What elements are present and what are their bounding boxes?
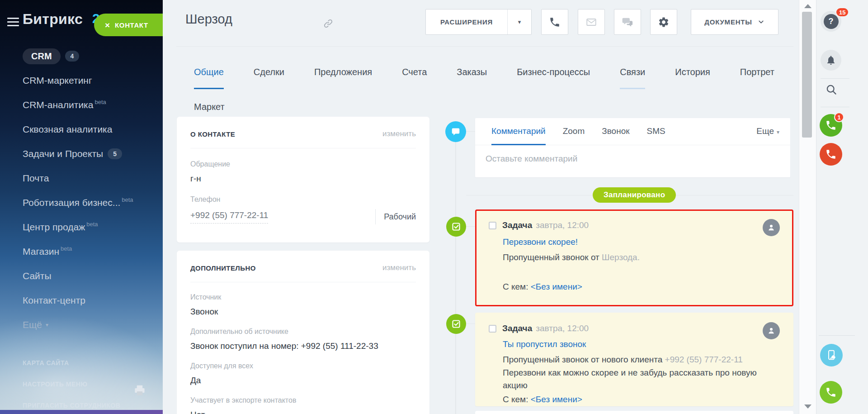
task-title-link[interactable]: Перезвони скорее!	[503, 237, 780, 247]
main-scrollbar[interactable]	[799, 0, 816, 414]
configure-menu-link[interactable]: НАСТРОИТЬ МЕНЮ	[23, 374, 120, 395]
menu-toggle-icon[interactable]	[7, 18, 19, 29]
print-icon[interactable]	[133, 384, 146, 397]
chevron-down-icon: ▾	[46, 322, 48, 328]
crm-counter-badge: 4	[65, 51, 80, 62]
mobile-cloud-icon	[826, 349, 837, 361]
active-call-button[interactable]: 1	[820, 114, 842, 137]
phone-icon	[825, 119, 837, 131]
help-notification-badge: 15	[835, 7, 849, 17]
sidebar-item-rpa[interactable]: Роботизация бизнес...beta	[0, 190, 163, 215]
tab-general[interactable]: Общие	[194, 67, 224, 89]
tab-history[interactable]: История	[675, 67, 710, 89]
task-type: Задача	[502, 220, 532, 230]
sitemap-link[interactable]: КАРТА САЙТА	[23, 352, 120, 374]
tab-invoices[interactable]: Счета	[402, 67, 427, 89]
help-button[interactable]: ? 15	[821, 11, 841, 32]
extensions-button[interactable]: РАСШИРЕНИЯ ▾	[425, 9, 532, 35]
caret-down-icon[interactable]: ▾	[508, 19, 531, 25]
settings-button[interactable]	[650, 9, 677, 35]
edit-link[interactable]: изменить	[382, 129, 416, 138]
new-call-button[interactable]	[820, 381, 842, 404]
task-checkbox[interactable]	[489, 222, 496, 229]
sidebar-item-crm-analytics[interactable]: CRM-аналитикаbeta	[0, 93, 163, 117]
bitrix24-crm-app: 24 Битрикс × КОНТАКТ CRM4 CRM-маркетинг …	[0, 0, 868, 414]
editor-tab-call[interactable]: Звонок	[602, 118, 629, 145]
scroll-down-arrow[interactable]	[804, 404, 811, 409]
sidebar-item-sites[interactable]: Сайты	[0, 264, 163, 288]
task-checkbox[interactable]	[489, 325, 496, 333]
task-title-link[interactable]: Ты пропустил звонок	[503, 339, 780, 349]
task-with-row: С кем: <Без имени>	[503, 395, 780, 404]
missed-call-button[interactable]	[820, 143, 842, 166]
header-divider	[176, 46, 793, 47]
task-client-link[interactable]: <Без имени>	[531, 282, 582, 291]
page-title: Шерзод	[185, 12, 232, 27]
beta-label: beta	[122, 196, 133, 203]
bitrix-logo[interactable]: Битрикс	[23, 11, 83, 28]
documents-button[interactable]: ДОКУМЕНТЫ	[691, 9, 778, 35]
search-icon	[825, 83, 838, 96]
sidebar-item-mail[interactable]: Почта	[0, 166, 163, 190]
mobile-telephony-button[interactable]	[820, 344, 843, 366]
beta-label: beta	[61, 245, 72, 252]
sidebar: 24 Битрикс × КОНТАКТ CRM4 CRM-маркетинг …	[0, 0, 163, 414]
field-source: Источник Звонок	[190, 293, 416, 317]
notifications-button[interactable]	[821, 50, 841, 71]
task-card-highlighted[interactable]: Задача завтра, 12:00 Перезвони скорее! П…	[475, 209, 793, 306]
sidebar-item-tasks-projects[interactable]: Задачи и Проекты5	[0, 142, 163, 166]
tab-business-processes[interactable]: Бизнес-процессы	[517, 67, 590, 89]
assignee-avatar[interactable]	[763, 322, 780, 339]
search-button[interactable]	[825, 83, 838, 96]
timeline-editor: Комментарий Zoom Звонок SMS Еще▾ Оставьт…	[475, 118, 790, 177]
envelope-icon	[585, 16, 597, 28]
tab-quotes[interactable]: Предложения	[314, 67, 372, 89]
tab-orders[interactable]: Заказы	[457, 67, 487, 89]
sidebar-item-crm[interactable]: CRM4	[0, 44, 163, 68]
task-client-link[interactable]: <Без имени>	[531, 395, 582, 404]
person-icon	[767, 223, 776, 232]
contact-pill-label: КОНТАКТ	[115, 21, 148, 29]
editor-tab-comment[interactable]: Комментарий	[491, 118, 546, 145]
email-button[interactable]	[578, 9, 605, 35]
tab-deals[interactable]: Сделки	[254, 67, 284, 89]
scrollbar-thumb[interactable]	[802, 12, 812, 138]
task-card[interactable]: Задача завтра, 12:00 Ты пропустил звонок…	[475, 313, 793, 406]
sidebar-item-sales-center[interactable]: Центр продажbeta	[0, 215, 163, 239]
card-title: ДОПОЛНИТЕЛЬНО	[190, 264, 256, 272]
main-content: Шерзод РАСШИРЕНИЯ ▾	[163, 0, 799, 414]
sidebar-item-more[interactable]: Ещё▾	[0, 313, 163, 337]
phone-number-link[interactable]: +992 (55) 777-22-11	[190, 210, 268, 224]
sidebar-item-shop[interactable]: Магазинbeta	[0, 239, 163, 264]
tab-portrait[interactable]: Портрет	[740, 67, 774, 89]
task-check-icon	[451, 319, 462, 329]
copy-link-icon[interactable]	[323, 19, 333, 29]
editor-tab-sms[interactable]: SMS	[647, 118, 665, 145]
tab-relations[interactable]: Связи	[620, 67, 645, 89]
call-button[interactable]	[541, 9, 568, 35]
sidebar-menu: CRM4 CRM-маркетинг CRM-аналитикаbeta Скв…	[0, 44, 163, 337]
chat-button[interactable]	[614, 9, 641, 35]
close-icon[interactable]: ×	[105, 21, 110, 29]
sidebar-item-crm-marketing[interactable]: CRM-маркетинг	[0, 68, 163, 93]
sidebar-item-contact-center[interactable]: Контакт-центр	[0, 288, 163, 313]
assignee-avatar[interactable]	[763, 219, 780, 236]
scroll-up-arrow[interactable]	[804, 4, 811, 8]
sidebar-bottom-accent	[0, 410, 163, 414]
comment-input[interactable]: Оставьте комментарий	[475, 145, 790, 164]
call-notification-badge: 1	[834, 112, 844, 122]
edit-link[interactable]: изменить	[382, 263, 416, 272]
card-title: О КОНТАКТЕ	[190, 130, 235, 138]
caret-down-icon: ▾	[777, 129, 779, 135]
timeline-connector	[455, 132, 456, 414]
gear-icon	[658, 16, 670, 28]
scheduled-badge: Запланировано	[593, 187, 676, 203]
phone-icon	[549, 16, 561, 28]
contact-entity-pill-button[interactable]: × КОНТАКТ	[94, 14, 163, 36]
field-phone: Телефон +992 (55) 777-22-11 Рабочий	[190, 195, 416, 224]
sidebar-item-end-to-end-analytics[interactable]: Сквозная аналитика	[0, 117, 163, 142]
editor-tab-zoom[interactable]: Zoom	[563, 118, 585, 145]
editor-tab-more[interactable]: Еще▾	[756, 118, 779, 145]
beta-label: beta	[86, 221, 98, 228]
chevron-down-icon	[757, 18, 765, 26]
